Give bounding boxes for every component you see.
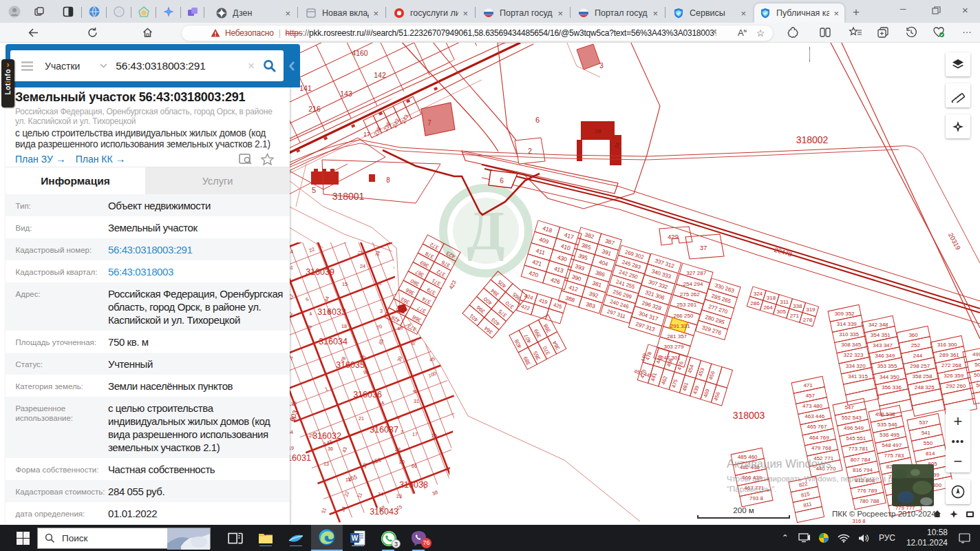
- svg-text:499 5: 499 5: [972, 351, 980, 357]
- svg-text:20: 20: [399, 459, 405, 465]
- svg-text:473 480: 473 480: [802, 403, 822, 409]
- svg-text:550: 550: [924, 440, 933, 446]
- svg-text:498 538: 498 538: [875, 411, 895, 417]
- svg-text:463 446: 463 446: [805, 413, 824, 419]
- svg-text:316035: 316035: [336, 360, 365, 370]
- svg-text:3: 3: [599, 62, 604, 70]
- svg-text:814: 814: [926, 450, 935, 457]
- svg-text:28: 28: [595, 128, 601, 134]
- svg-text:341 315: 341 315: [848, 373, 868, 380]
- svg-text:316038: 316038: [399, 480, 428, 490]
- svg-text:34: 34: [378, 491, 383, 497]
- svg-text:24: 24: [360, 263, 365, 269]
- svg-text:318003: 318003: [733, 410, 765, 421]
- svg-text:318001: 318001: [332, 191, 365, 202]
- svg-text:W: W: [352, 534, 359, 542]
- svg-text:464 769: 464 769: [809, 435, 829, 441]
- svg-text:17: 17: [412, 431, 418, 437]
- svg-text:21: 21: [359, 415, 364, 422]
- svg-text:17: 17: [363, 131, 370, 138]
- svg-text:254 294: 254 294: [683, 281, 703, 287]
- svg-text:311: 311: [780, 299, 789, 305]
- svg-text:23: 23: [396, 493, 402, 499]
- svg-text:316037: 316037: [370, 425, 398, 435]
- svg-text:291 331: 291 331: [670, 323, 690, 329]
- svg-text:15: 15: [342, 281, 348, 287]
- svg-text:142: 142: [374, 71, 386, 79]
- svg-text:552 543: 552 543: [842, 415, 862, 421]
- svg-text:292 260: 292 260: [946, 383, 966, 389]
- svg-text:326 359: 326 359: [944, 373, 963, 379]
- svg-text:316036: 316036: [353, 390, 382, 399]
- svg-text:535 546: 535 546: [877, 422, 897, 428]
- svg-text:504 5: 504 5: [974, 362, 980, 368]
- svg-text:471: 471: [803, 382, 813, 388]
- svg-text:253 261: 253 261: [677, 302, 696, 308]
- svg-text:7: 7: [427, 119, 432, 127]
- svg-text:356 336: 356 336: [882, 384, 902, 391]
- svg-text:429: 429: [668, 233, 679, 240]
- svg-text:773 781: 773 781: [849, 446, 869, 452]
- svg-text:278: 278: [803, 317, 813, 323]
- svg-text:289 361: 289 361: [939, 352, 959, 358]
- svg-text:143: 143: [340, 90, 352, 98]
- svg-text:780 788: 780 788: [860, 498, 880, 504]
- svg-text:319: 319: [806, 306, 816, 313]
- svg-text:286: 286: [750, 300, 760, 306]
- svg-text:508 505: 508 505: [976, 382, 980, 388]
- svg-text:4160: 4160: [352, 49, 368, 57]
- svg-text:316 8: 316 8: [853, 518, 866, 524]
- svg-text:6: 6: [500, 177, 504, 185]
- svg-text:318002: 318002: [796, 134, 829, 145]
- svg-text:Д: Д: [467, 200, 504, 261]
- svg-text:96: 96: [363, 369, 369, 375]
- svg-text:545 551: 545 551: [846, 435, 866, 441]
- svg-text:354 351: 354 351: [871, 332, 891, 338]
- svg-text:465 767: 465 767: [807, 424, 827, 430]
- svg-text:309 352: 309 352: [835, 311, 855, 317]
- svg-text:457: 457: [806, 393, 816, 399]
- svg-text:310 335: 310 335: [839, 331, 859, 337]
- svg-text:264: 264: [763, 304, 773, 311]
- svg-text:318: 318: [767, 295, 776, 301]
- svg-text:536 495: 536 495: [880, 432, 899, 438]
- svg-text:316039: 316039: [306, 267, 334, 277]
- svg-text:316043: 316043: [370, 507, 398, 517]
- svg-text:548 497: 548 497: [882, 442, 902, 448]
- svg-text:314 339: 314 339: [837, 321, 857, 327]
- svg-text:496 549: 496 549: [844, 425, 864, 431]
- svg-text:8: 8: [386, 176, 390, 184]
- svg-text:141: 141: [299, 84, 312, 92]
- svg-text:344 350: 344 350: [880, 374, 899, 380]
- svg-text:338: 338: [793, 303, 802, 309]
- svg-text:6: 6: [535, 116, 540, 124]
- svg-text:305: 305: [777, 309, 787, 315]
- svg-text:316034: 316034: [319, 337, 348, 346]
- svg-text:537: 537: [919, 419, 928, 426]
- svg-text:547: 547: [844, 404, 854, 410]
- svg-text:248 325: 248 325: [915, 384, 935, 391]
- svg-text:479 768: 479 768: [811, 445, 831, 451]
- svg-text:266 250: 266 250: [673, 313, 693, 319]
- svg-text:13: 13: [323, 461, 329, 467]
- svg-text:275 262: 275 262: [680, 291, 700, 298]
- svg-text:342 348: 342 348: [869, 322, 888, 328]
- svg-text:18: 18: [341, 323, 347, 329]
- svg-text:281 357: 281 357: [667, 333, 687, 340]
- svg-text:324: 324: [754, 291, 763, 297]
- svg-text:3: 3: [380, 308, 383, 314]
- svg-text:343 347: 343 347: [873, 342, 893, 349]
- svg-text:25: 25: [432, 433, 437, 439]
- svg-text:298 257: 298 257: [910, 363, 930, 369]
- svg-text:360: 360: [908, 332, 918, 338]
- svg-text:216: 216: [308, 105, 321, 113]
- svg-text:308 345: 308 345: [841, 342, 861, 348]
- svg-text:541: 541: [922, 430, 931, 436]
- svg-text:358 258: 358 258: [913, 373, 933, 380]
- svg-text:316033: 316033: [317, 307, 346, 317]
- svg-text:66: 66: [412, 463, 417, 469]
- svg-text:334 320: 334 320: [846, 363, 866, 369]
- svg-text:509 506: 509 506: [974, 372, 980, 378]
- svg-text:327 287: 327 287: [686, 270, 706, 276]
- svg-text:31: 31: [414, 398, 419, 404]
